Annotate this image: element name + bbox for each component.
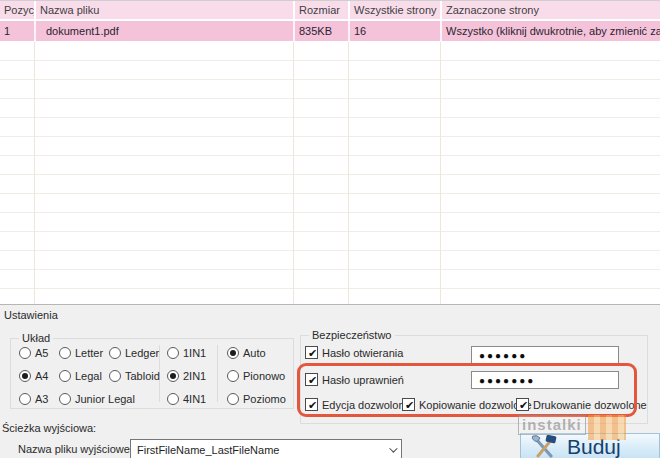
wrench-hammer-icon <box>531 435 557 458</box>
radio-pionowo[interactable]: Pionowo <box>227 368 286 383</box>
paper-size-column: Ledger Tabloid <box>109 345 160 391</box>
radio-circle-icon <box>167 370 179 382</box>
checkbox-icon <box>402 398 415 411</box>
cell-wszystkie-strony: 16 <box>348 21 440 41</box>
table-row[interactable]: 1 dokument1.pdf 835KB 16 Wszystko (klikn… <box>0 21 660 41</box>
radio-poziomo[interactable]: Poziomo <box>227 391 286 406</box>
security-groupbox: Bezpieczeństwo Hasło otwierania ●●●●●● H… <box>300 335 648 424</box>
print-allowed-checkbox[interactable]: Drukowanie dozwolone <box>516 398 647 411</box>
column-header-wszystkie-strony[interactable]: Wszystkie strony <box>348 1 440 19</box>
output-path-label: Ścieżka wyjściowa: <box>2 422 96 434</box>
radio-circle-icon <box>109 347 121 359</box>
radio-circle-icon <box>59 347 71 359</box>
radio-circle-icon <box>19 370 31 382</box>
copy-allowed-label: Kopiowanie dozwolone <box>419 399 532 411</box>
group-separator <box>217 345 218 402</box>
radio-label: Tabloid <box>125 370 160 382</box>
radio-label: 4IN1 <box>183 393 206 405</box>
cell-pozycja: 1 <box>0 21 34 41</box>
layout-group-title: Układ <box>19 332 53 344</box>
table-header-row: Pozycja Nazwa pliku Rozmiar Wszystkie st… <box>0 1 660 19</box>
radio-circle-icon <box>167 393 179 405</box>
radio-4in1[interactable]: 4IN1 <box>167 391 206 406</box>
radio-label: Legal <box>75 370 102 382</box>
radio-circle-icon <box>227 347 239 359</box>
radio-circle-icon <box>59 393 71 405</box>
pdf-tool-window: Pozycja Nazwa pliku Rozmiar Wszystkie st… <box>0 0 660 458</box>
radio-label: Letter <box>75 347 103 359</box>
radio-1in1[interactable]: 1IN1 <box>167 345 206 360</box>
column-header-rozmiar[interactable]: Rozmiar <box>293 1 348 19</box>
column-header-pozycja[interactable]: Pozycja <box>0 1 34 19</box>
checkbox-icon <box>305 373 318 386</box>
chevron-down-icon[interactable] <box>383 447 401 453</box>
radio-label: Pionowo <box>243 370 285 382</box>
combobox-value: FirstFileName_LastFileName <box>131 444 383 456</box>
orientation-column: Auto Pionowo Poziomo <box>227 345 286 414</box>
open-password-input[interactable]: ●●●●●● <box>471 346 619 364</box>
print-allowed-label: Drukowanie dozwolone <box>533 399 647 411</box>
radio-circle-icon <box>19 393 31 405</box>
radio-circle-icon <box>227 393 239 405</box>
radio-a4[interactable]: A4 <box>19 368 48 383</box>
cell-nazwa-pliku: dokument1.pdf <box>34 21 293 41</box>
permissions-password-input[interactable]: ●●●●●●● <box>471 371 619 389</box>
permissions-password-label: Hasło uprawnień <box>322 374 404 386</box>
pages-per-sheet-column: 1IN1 2IN1 4IN1 <box>167 345 206 414</box>
radio-circle-icon <box>19 347 31 359</box>
output-name-label: Nazwa pliku wyjściowego: <box>18 443 145 455</box>
radio-auto[interactable]: Auto <box>227 345 286 360</box>
cell-rozmiar: 835KB <box>293 21 348 41</box>
table-grid-line <box>348 42 349 304</box>
column-header-zaznaczone-strony[interactable]: Zaznaczone strony <box>440 1 660 19</box>
edit-allowed-label: Edycja dozwolona <box>322 399 411 411</box>
checkbox-icon <box>305 346 318 359</box>
radio-label: Junior Legal <box>75 393 135 405</box>
cell-zaznaczone-strony[interactable]: Wszystko (kliknij dwukrotnie, aby zmieni… <box>440 21 660 41</box>
table-empty-area <box>0 42 660 304</box>
radio-ledger[interactable]: Ledger <box>109 345 160 360</box>
settings-title: Ustawienia <box>4 309 58 321</box>
paper-size-column: A5 A4 A3 <box>19 345 48 414</box>
security-group-title: Bezpieczeństwo <box>309 329 395 341</box>
copy-allowed-checkbox[interactable]: Kopiowanie dozwolone <box>402 398 532 411</box>
radio-circle-icon <box>109 370 121 382</box>
radio-circle-icon <box>227 370 239 382</box>
open-password-label: Hasło otwierania <box>322 347 403 359</box>
table-grid-line <box>440 42 441 304</box>
build-button[interactable]: Buduj <box>520 433 660 458</box>
open-password-checkbox[interactable]: Hasło otwierania <box>305 346 403 359</box>
radio-circle-icon <box>59 370 71 382</box>
radio-label: A4 <box>35 370 48 382</box>
radio-a3[interactable]: A3 <box>19 391 48 406</box>
radio-circle-icon <box>167 347 179 359</box>
radio-tabloid[interactable]: Tabloid <box>109 368 160 383</box>
table-grid-line <box>293 42 294 304</box>
radio-junior-legal[interactable]: Junior Legal <box>59 391 135 406</box>
radio-a5[interactable]: A5 <box>19 345 48 360</box>
layout-groupbox: Układ A5 A4 A3 L <box>10 338 294 409</box>
edit-allowed-checkbox[interactable]: Edycja dozwolona <box>305 398 411 411</box>
output-filename-combobox[interactable]: FirstFileName_LastFileName <box>130 439 402 458</box>
checkbox-icon <box>305 398 318 411</box>
radio-label: 2IN1 <box>183 370 206 382</box>
permissions-password-checkbox[interactable]: Hasło uprawnień <box>305 373 404 386</box>
table-grid-line <box>34 42 35 304</box>
checkbox-icon <box>516 398 529 411</box>
column-header-nazwa-pliku[interactable]: Nazwa pliku <box>34 1 293 19</box>
radio-label: 1IN1 <box>183 347 206 359</box>
radio-label: A5 <box>35 347 48 359</box>
radio-label: Auto <box>243 347 266 359</box>
radio-label: Ledger <box>125 347 159 359</box>
radio-label: A3 <box>35 393 48 405</box>
radio-2in1[interactable]: 2IN1 <box>167 368 206 383</box>
build-button-label: Buduj <box>567 435 621 458</box>
radio-label: Poziomo <box>243 393 286 405</box>
